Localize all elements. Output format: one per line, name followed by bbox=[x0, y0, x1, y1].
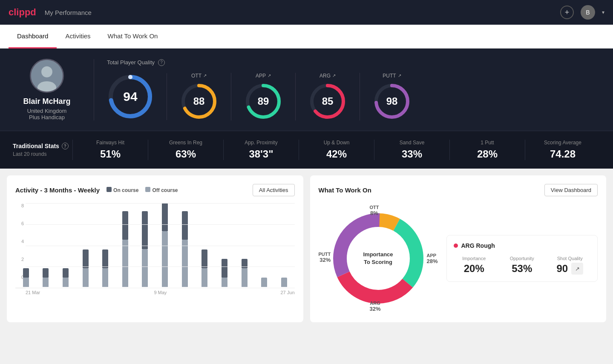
on-course-bar bbox=[63, 268, 69, 278]
stat-updown: Up & Down 42% bbox=[299, 140, 374, 160]
off-course-bar bbox=[142, 249, 148, 287]
bar-group bbox=[196, 203, 213, 288]
svg-point-5 bbox=[128, 75, 132, 79]
putt-donut-label: PUTT 32% bbox=[319, 252, 331, 263]
arg-value: 85 bbox=[322, 95, 334, 107]
quality-circles: 94 OTT ↗ 88 AP bbox=[107, 73, 600, 120]
ott-value: 88 bbox=[193, 95, 205, 107]
app-donut-label: APP 28% bbox=[426, 253, 437, 264]
off-course-bar bbox=[222, 278, 227, 287]
player-handicap: Plus Handicap bbox=[29, 114, 65, 120]
header-left: clippd My Performance bbox=[9, 7, 92, 18]
stats-period: Last 20 rounds bbox=[13, 151, 72, 157]
app-ring: 89 bbox=[244, 82, 282, 120]
off-course-bar bbox=[281, 278, 287, 287]
arg-donut-label: ARG 32% bbox=[370, 301, 381, 312]
off-course-bar bbox=[182, 240, 188, 287]
on-course-bar bbox=[162, 203, 168, 231]
wtwo-card: What To Work On View Dashboard bbox=[310, 175, 607, 322]
off-course-bar bbox=[261, 278, 267, 287]
tab-dashboard[interactable]: Dashboard bbox=[9, 25, 57, 49]
on-course-bar bbox=[142, 211, 148, 249]
wtwo-content: Importance To Scoring OTT 8% APP 28% ARG… bbox=[319, 203, 598, 314]
tab-activities[interactable]: Activities bbox=[57, 25, 99, 49]
activity-card: Activity - 3 Months - Weekly On course O… bbox=[7, 175, 303, 322]
off-course-bar bbox=[102, 268, 108, 287]
app-trend-icon: ↗ bbox=[268, 73, 271, 78]
ott-donut-label: OTT 8% bbox=[370, 205, 379, 216]
quality-arg: ARG ↗ 85 bbox=[296, 73, 360, 120]
bar-group bbox=[236, 203, 253, 288]
off-course-bar bbox=[122, 240, 128, 287]
view-dashboard-button[interactable]: View Dashboard bbox=[544, 184, 598, 196]
bar-group bbox=[156, 203, 174, 288]
ott-ring: 88 bbox=[180, 82, 218, 120]
stats-info-icon[interactable]: ? bbox=[62, 143, 69, 149]
stat-gir: Greens In Reg 63% bbox=[148, 140, 223, 160]
tab-bar: Dashboard Activities What To Work On bbox=[0, 25, 613, 49]
off-course-bar bbox=[23, 278, 29, 287]
activity-card-header: Activity - 3 Months - Weekly On course O… bbox=[15, 184, 295, 196]
arg-label: ARG ↗ bbox=[319, 73, 336, 79]
bar-group bbox=[116, 203, 134, 288]
putt-value: 98 bbox=[386, 95, 398, 107]
activity-legend: On course Off course bbox=[106, 187, 178, 193]
ott-label: OTT ↗ bbox=[191, 73, 207, 79]
tab-what-to-work-on[interactable]: What To Work On bbox=[99, 25, 167, 49]
on-course-bar bbox=[222, 259, 227, 278]
detail-pink-dot bbox=[454, 244, 458, 248]
donut-center-text: Importance To Scoring bbox=[363, 251, 393, 266]
all-activities-button[interactable]: All Activities bbox=[253, 184, 295, 196]
x-axis: 21 Mar 9 May 27 Jun bbox=[15, 290, 295, 295]
player-name: Blair McHarg bbox=[23, 97, 70, 106]
add-button[interactable]: + bbox=[560, 6, 574, 19]
activity-title: Activity - 3 Months - Weekly bbox=[15, 186, 100, 194]
total-value: 94 bbox=[123, 89, 137, 104]
bar-group bbox=[216, 203, 233, 288]
off-course-bar bbox=[43, 278, 49, 287]
quality-badge: ↗ bbox=[571, 263, 583, 275]
off-course-bar bbox=[63, 278, 69, 287]
bar-group bbox=[255, 203, 273, 288]
player-country: United Kingdom bbox=[27, 108, 67, 114]
wtwo-title: What To Work On bbox=[319, 186, 371, 194]
plus-icon: + bbox=[565, 8, 570, 17]
off-course-bar bbox=[201, 268, 207, 287]
player-avatar bbox=[30, 59, 64, 93]
arg-trend-icon: ↗ bbox=[332, 73, 336, 78]
player-info: Blair McHarg United Kingdom Plus Handica… bbox=[13, 59, 81, 120]
arg-ring: 85 bbox=[308, 82, 347, 120]
importance-col: Importance 20% bbox=[454, 256, 495, 275]
detail-card-title: ARG Rough bbox=[454, 242, 591, 249]
quality-putt: PUTT ↗ 98 bbox=[360, 73, 424, 120]
off-course-bar bbox=[162, 231, 168, 287]
putt-ring: 98 bbox=[373, 82, 411, 120]
svg-point-1 bbox=[41, 66, 52, 77]
app-value: 89 bbox=[258, 95, 269, 107]
bar-group bbox=[17, 203, 35, 288]
on-course-bar bbox=[242, 259, 248, 268]
quality-total: 94 bbox=[107, 73, 167, 120]
detail-card: ARG Rough Importance 20% Opportunity 53%… bbox=[446, 235, 598, 282]
putt-label: PUTT ↗ bbox=[383, 73, 401, 79]
quality-label: Total Player Quality ? bbox=[107, 59, 600, 66]
stats-label-group: Traditional Stats ? Last 20 rounds bbox=[13, 143, 72, 157]
bar-group bbox=[96, 203, 114, 288]
svg-point-12 bbox=[326, 84, 329, 87]
total-ring: 94 bbox=[107, 73, 154, 120]
putt-trend-icon: ↗ bbox=[398, 73, 401, 78]
header: clippd My Performance + B ▾ bbox=[0, 0, 613, 25]
avatar[interactable]: B bbox=[581, 5, 595, 20]
off-course-bar bbox=[242, 268, 248, 287]
on-course-bar bbox=[23, 268, 29, 278]
stats-bar: Traditional Stats ? Last 20 rounds Fairw… bbox=[0, 131, 613, 169]
ott-trend-icon: ↗ bbox=[203, 73, 207, 78]
quality-info-icon[interactable]: ? bbox=[158, 59, 165, 66]
quality-ott: OTT ↗ 88 bbox=[167, 73, 231, 120]
on-course-bar bbox=[201, 249, 207, 268]
on-course-bar bbox=[43, 268, 49, 278]
on-course-bar bbox=[182, 211, 188, 240]
bar-group bbox=[37, 203, 55, 288]
off-course-bar bbox=[83, 268, 89, 287]
activity-chart: 86420 21 Mar 9 May bbox=[15, 203, 295, 297]
